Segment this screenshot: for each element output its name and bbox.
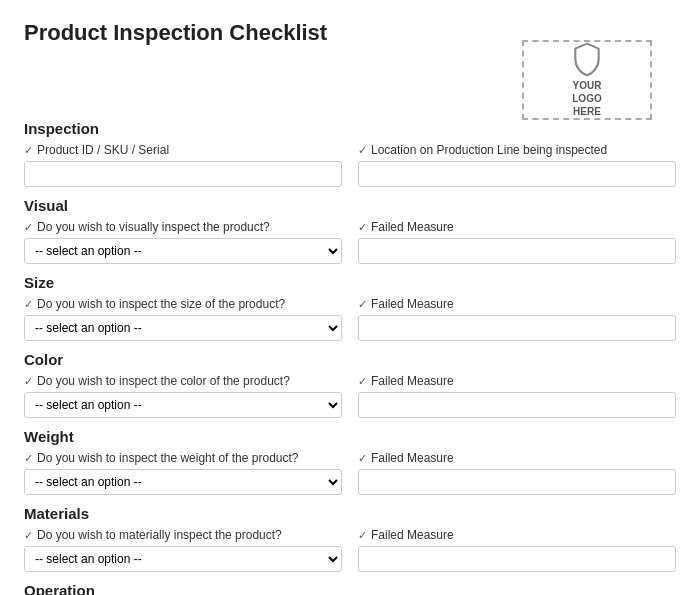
visual-failed-label: ✓ Failed Measure [358,220,676,234]
check-icon-4: ✓ [358,221,367,234]
check-icon-6: ✓ [358,298,367,311]
check-icon-5: ✓ [24,298,33,311]
check-icon-3: ✓ [24,221,33,234]
inspection-field2-col: ✓ Location on Production Line being insp… [358,143,676,187]
logo-placeholder: YOUR LOGO HERE [522,40,652,120]
section-weight: Weight ✓ Do you wish to inspect the weig… [24,428,676,495]
section-operation: Operation [24,582,676,595]
check-icon-12: ✓ [358,529,367,542]
section-operation-title: Operation [24,582,676,595]
section-size-title: Size [24,274,676,291]
weight-failed-input[interactable] [358,469,676,495]
visual-failed-input[interactable] [358,238,676,264]
materials-failed-label: ✓ Failed Measure [358,528,676,542]
section-color-title: Color [24,351,676,368]
section-materials-title: Materials [24,505,676,522]
color-fields-row: ✓ Do you wish to inspect the color of th… [24,374,676,418]
check-icon-11: ✓ [24,529,33,542]
materials-select[interactable]: -- select an option -- Yes No [24,546,342,572]
visual-fields-row: ✓ Do you wish to visually inspect the pr… [24,220,676,264]
size-select[interactable]: -- select an option -- Yes No [24,315,342,341]
section-inspection-title: Inspection [24,120,676,137]
color-question-label: ✓ Do you wish to inspect the color of th… [24,374,342,388]
size-failed-col: ✓ Failed Measure [358,297,676,341]
logo-shield-icon [569,42,605,77]
section-weight-title: Weight [24,428,676,445]
inspection-field2-label: ✓ Location on Production Line being insp… [358,143,676,157]
product-id-input[interactable] [24,161,342,187]
size-failed-input[interactable] [358,315,676,341]
inspection-fields-row: ✓ Product ID / SKU / Serial ✓ Location o… [24,143,676,187]
materials-select-col: ✓ Do you wish to materially inspect the … [24,528,342,572]
check-icon-1: ✓ [24,144,33,157]
color-failed-col: ✓ Failed Measure [358,374,676,418]
materials-failed-input[interactable] [358,546,676,572]
visual-failed-col: ✓ Failed Measure [358,220,676,264]
visual-select[interactable]: -- select an option -- Yes No [24,238,342,264]
size-fields-row: ✓ Do you wish to inspect the size of the… [24,297,676,341]
section-visual: Visual ✓ Do you wish to visually inspect… [24,197,676,264]
logo-text: YOUR LOGO HERE [572,79,601,118]
check-icon-2: ✓ [358,144,367,157]
check-icon-7: ✓ [24,375,33,388]
color-failed-label: ✓ Failed Measure [358,374,676,388]
visual-select-col: ✓ Do you wish to visually inspect the pr… [24,220,342,264]
size-question-label: ✓ Do you wish to inspect the size of the… [24,297,342,311]
materials-failed-col: ✓ Failed Measure [358,528,676,572]
inspection-field1-col: ✓ Product ID / SKU / Serial [24,143,342,187]
weight-failed-label: ✓ Failed Measure [358,451,676,465]
materials-question-label: ✓ Do you wish to materially inspect the … [24,528,342,542]
check-icon-9: ✓ [24,452,33,465]
color-select-col: ✓ Do you wish to inspect the color of th… [24,374,342,418]
inspection-field1-label: ✓ Product ID / SKU / Serial [24,143,342,157]
size-failed-label: ✓ Failed Measure [358,297,676,311]
weight-question-label: ✓ Do you wish to inspect the weight of t… [24,451,342,465]
visual-question-label: ✓ Do you wish to visually inspect the pr… [24,220,342,234]
check-icon-10: ✓ [358,452,367,465]
section-color: Color ✓ Do you wish to inspect the color… [24,351,676,418]
section-materials: Materials ✓ Do you wish to materially in… [24,505,676,572]
section-size: Size ✓ Do you wish to inspect the size o… [24,274,676,341]
color-failed-input[interactable] [358,392,676,418]
weight-fields-row: ✓ Do you wish to inspect the weight of t… [24,451,676,495]
check-icon-8: ✓ [358,375,367,388]
weight-select-col: ✓ Do you wish to inspect the weight of t… [24,451,342,495]
section-inspection: Inspection ✓ Product ID / SKU / Serial ✓… [24,120,676,187]
weight-select[interactable]: -- select an option -- Yes No [24,469,342,495]
size-select-col: ✓ Do you wish to inspect the size of the… [24,297,342,341]
section-visual-title: Visual [24,197,676,214]
weight-failed-col: ✓ Failed Measure [358,451,676,495]
color-select[interactable]: -- select an option -- Yes No [24,392,342,418]
location-input[interactable] [358,161,676,187]
materials-fields-row: ✓ Do you wish to materially inspect the … [24,528,676,572]
